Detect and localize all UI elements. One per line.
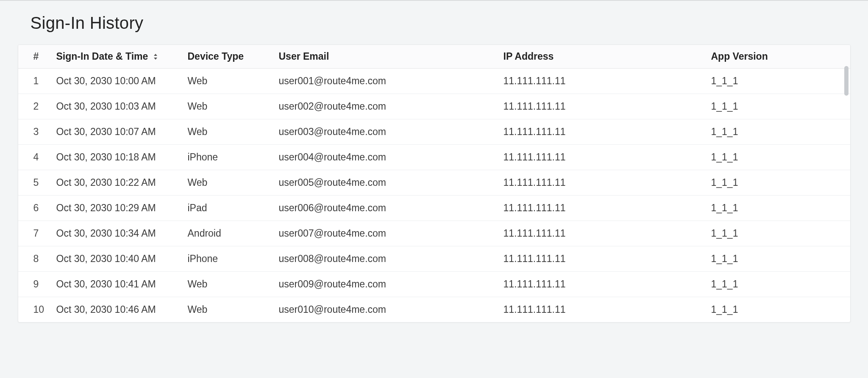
cell-date: Oct 30, 2030 10:29 AM — [56, 196, 188, 221]
cell-device: iPad — [188, 196, 279, 221]
signin-history-table-card: # Sign-In Date & Time Device Type User E… — [18, 44, 851, 323]
cell-index: 3 — [18, 119, 56, 145]
cell-version: 1_1_1 — [711, 272, 850, 297]
col-header-email[interactable]: User Email — [279, 45, 504, 69]
col-header-date-label: Sign-In Date & Time — [56, 51, 148, 62]
cell-ip: 11.111.111.11 — [504, 145, 711, 170]
table-row[interactable]: 7Oct 30, 2030 10:34 AMAndroiduser007@rou… — [18, 221, 850, 246]
cell-index: 5 — [18, 170, 56, 196]
cell-device: Web — [188, 69, 279, 94]
cell-email: user007@route4me.com — [279, 221, 504, 246]
cell-device: iPhone — [188, 246, 279, 272]
cell-device: Web — [188, 170, 279, 196]
col-header-device[interactable]: Device Type — [188, 45, 279, 69]
cell-index: 10 — [18, 297, 56, 323]
cell-ip: 11.111.111.11 — [504, 69, 711, 94]
cell-ip: 11.111.111.11 — [504, 94, 711, 119]
cell-device: Web — [188, 272, 279, 297]
cell-version: 1_1_1 — [711, 119, 850, 145]
cell-index: 6 — [18, 196, 56, 221]
cell-version: 1_1_1 — [711, 297, 850, 323]
cell-date: Oct 30, 2030 10:40 AM — [56, 246, 188, 272]
cell-date: Oct 30, 2030 10:07 AM — [56, 119, 188, 145]
cell-email: user006@route4me.com — [279, 196, 504, 221]
cell-date: Oct 30, 2030 10:18 AM — [56, 145, 188, 170]
cell-version: 1_1_1 — [711, 69, 850, 94]
col-header-ip[interactable]: IP Address — [504, 45, 711, 69]
table-header-row: # Sign-In Date & Time Device Type User E… — [18, 45, 850, 69]
cell-email: user010@route4me.com — [279, 297, 504, 323]
cell-email: user002@route4me.com — [279, 94, 504, 119]
cell-device: iPhone — [188, 145, 279, 170]
col-header-date[interactable]: Sign-In Date & Time — [56, 45, 188, 69]
cell-index: 8 — [18, 246, 56, 272]
table-row[interactable]: 6Oct 30, 2030 10:29 AMiPaduser006@route4… — [18, 196, 850, 221]
cell-device: Web — [188, 94, 279, 119]
cell-email: user004@route4me.com — [279, 145, 504, 170]
cell-ip: 11.111.111.11 — [504, 170, 711, 196]
cell-email: user005@route4me.com — [279, 170, 504, 196]
table-row[interactable]: 4Oct 30, 2030 10:18 AMiPhoneuser004@rout… — [18, 145, 850, 170]
col-header-version[interactable]: App Version — [711, 45, 850, 69]
cell-index: 7 — [18, 221, 56, 246]
table-body: 1Oct 30, 2030 10:00 AMWebuser001@route4m… — [18, 69, 850, 323]
cell-date: Oct 30, 2030 10:41 AM — [56, 272, 188, 297]
cell-email: user003@route4me.com — [279, 119, 504, 145]
cell-ip: 11.111.111.11 — [504, 119, 711, 145]
cell-device: Android — [188, 221, 279, 246]
cell-date: Oct 30, 2030 10:34 AM — [56, 221, 188, 246]
cell-email: user001@route4me.com — [279, 69, 504, 94]
page-title: Sign-In History — [31, 14, 851, 33]
cell-version: 1_1_1 — [711, 145, 850, 170]
cell-email: user009@route4me.com — [279, 272, 504, 297]
page-container: Sign-In History # Sign-In Date & Time — [18, 14, 851, 323]
cell-ip: 11.111.111.11 — [504, 221, 711, 246]
cell-index: 2 — [18, 94, 56, 119]
table-row[interactable]: 10Oct 30, 2030 10:46 AMWebuser010@route4… — [18, 297, 850, 323]
cell-ip: 11.111.111.11 — [504, 246, 711, 272]
cell-email: user008@route4me.com — [279, 246, 504, 272]
cell-device: Web — [188, 297, 279, 323]
table-row[interactable]: 5Oct 30, 2030 10:22 AMWebuser005@route4m… — [18, 170, 850, 196]
cell-index: 9 — [18, 272, 56, 297]
cell-ip: 11.111.111.11 — [504, 297, 711, 323]
table-row[interactable]: 3Oct 30, 2030 10:07 AMWebuser003@route4m… — [18, 119, 850, 145]
cell-date: Oct 30, 2030 10:00 AM — [56, 69, 188, 94]
cell-index: 4 — [18, 145, 56, 170]
cell-ip: 11.111.111.11 — [504, 196, 711, 221]
cell-version: 1_1_1 — [711, 170, 850, 196]
table-row[interactable]: 1Oct 30, 2030 10:00 AMWebuser001@route4m… — [18, 69, 850, 94]
cell-date: Oct 30, 2030 10:03 AM — [56, 94, 188, 119]
cell-index: 1 — [18, 69, 56, 94]
table-row[interactable]: 2Oct 30, 2030 10:03 AMWebuser002@route4m… — [18, 94, 850, 119]
table-row[interactable]: 9Oct 30, 2030 10:41 AMWebuser009@route4m… — [18, 272, 850, 297]
cell-date: Oct 30, 2030 10:46 AM — [56, 297, 188, 323]
signin-history-table: # Sign-In Date & Time Device Type User E… — [18, 45, 850, 322]
sort-icon — [153, 54, 158, 60]
cell-date: Oct 30, 2030 10:22 AM — [56, 170, 188, 196]
vertical-scrollbar[interactable] — [844, 66, 849, 96]
cell-version: 1_1_1 — [711, 221, 850, 246]
cell-version: 1_1_1 — [711, 94, 850, 119]
cell-ip: 11.111.111.11 — [504, 272, 711, 297]
cell-version: 1_1_1 — [711, 196, 850, 221]
cell-device: Web — [188, 119, 279, 145]
table-row[interactable]: 8Oct 30, 2030 10:40 AMiPhoneuser008@rout… — [18, 246, 850, 272]
col-header-index[interactable]: # — [18, 45, 56, 69]
cell-version: 1_1_1 — [711, 246, 850, 272]
